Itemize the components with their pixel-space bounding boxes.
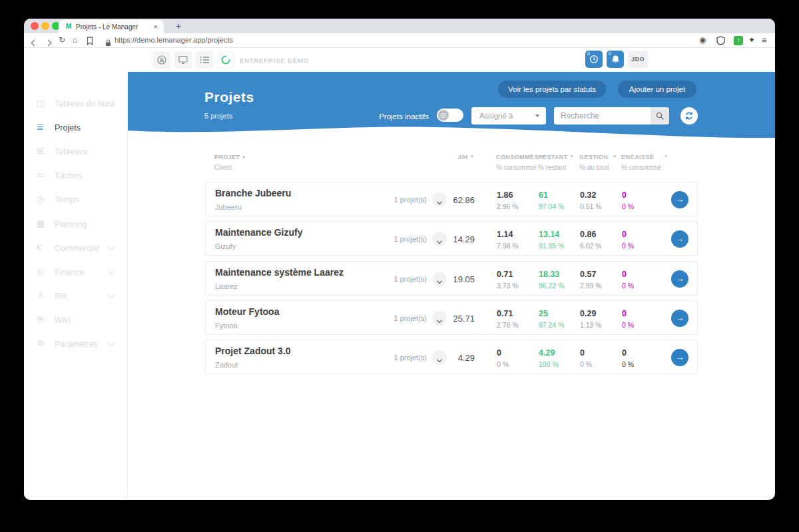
extension-green-icon[interactable]: ↑ bbox=[734, 36, 743, 45]
tasks-icon: ≔ bbox=[37, 170, 45, 180]
project-name[interactable]: Projet Zadout 3.0 bbox=[215, 346, 291, 356]
inactive-projects-label: Projets inactifs bbox=[354, 113, 429, 121]
app-header-bar: ENTREPRISE DÉMO 0 0 JDO bbox=[24, 48, 775, 72]
col-jh[interactable]: J/H ▼ bbox=[438, 154, 474, 160]
close-window-button[interactable] bbox=[31, 22, 39, 30]
sidebar-item-projets[interactable]: ≣ Projets bbox=[24, 116, 128, 140]
jh-value: 25.71 bbox=[437, 314, 475, 324]
sidebar-item-planning[interactable]: ▦ Planning bbox=[24, 212, 128, 236]
page-title: Projets bbox=[204, 89, 254, 105]
browser-toolbar: ↻ ⌂ https://demo.lemanager.app/projects … bbox=[24, 33, 775, 48]
extensions-puzzle-icon[interactable]: ✦ bbox=[748, 35, 755, 45]
inactive-projects-toggle[interactable] bbox=[437, 109, 463, 122]
col-projet[interactable]: PROJET ▲ bbox=[214, 154, 246, 160]
open-project-button[interactable]: → bbox=[671, 191, 688, 208]
notifications-badge: 0 bbox=[609, 51, 611, 56]
minimize-window-button[interactable] bbox=[41, 22, 49, 30]
bell-icon bbox=[611, 55, 620, 64]
project-name[interactable]: Branche Jubeeru bbox=[215, 188, 291, 198]
sidebar-item-parametres[interactable]: ⚙ Paramètres bbox=[24, 332, 128, 356]
tab-title: Projets - Le Manager bbox=[76, 23, 138, 31]
sidebar-item-commercial[interactable]: € Commercial bbox=[24, 236, 128, 260]
monitor-icon bbox=[178, 55, 188, 65]
sidebar: ☾ ◫ Tableau de bord ≣ Projets ⊞ Tableaux… bbox=[24, 72, 128, 500]
project-name[interactable]: Maintenance Gizufy bbox=[215, 227, 302, 238]
media-permission-icon[interactable]: ◉ bbox=[699, 35, 706, 45]
project-name[interactable]: Moteur Fytooa bbox=[215, 306, 279, 317]
user-avatar[interactable]: JDO bbox=[628, 51, 648, 68]
person-icon: ♙ bbox=[37, 290, 45, 300]
col-gestion[interactable]: GESTION ▼ bbox=[579, 154, 617, 160]
support-button[interactable] bbox=[153, 51, 170, 69]
calendar-icon: ▦ bbox=[37, 218, 45, 228]
open-project-button[interactable]: → bbox=[671, 230, 688, 248]
screens-button[interactable] bbox=[174, 51, 192, 69]
assignee-select[interactable]: Assigné à bbox=[471, 107, 546, 125]
sidebar-item-finance[interactable]: ◎ Finance bbox=[24, 260, 128, 284]
sidebar-item-temps[interactable]: ◷ Temps bbox=[24, 188, 128, 212]
client-name: Fytooa bbox=[215, 322, 238, 330]
page-header: Projets 5 projets Voir les projets par s… bbox=[128, 72, 775, 125]
col-restant[interactable]: RESTANT ▼ bbox=[538, 154, 574, 160]
favicon: M bbox=[66, 23, 71, 30]
sidebar-item-wiki[interactable]: ✉ Wiki bbox=[24, 308, 128, 332]
table-header: PROJET ▲ Client J/H ▼ CONSOMMÉS ▼ % cons… bbox=[205, 154, 698, 175]
new-tab-button[interactable]: + bbox=[176, 21, 181, 31]
notifications-button[interactable]: 0 bbox=[607, 51, 624, 68]
open-project-button[interactable]: → bbox=[671, 349, 688, 366]
timer-badge: 0 bbox=[587, 51, 590, 56]
back-icon[interactable] bbox=[32, 38, 37, 47]
jh-value: 62.86 bbox=[437, 195, 475, 205]
project-row: Projet Zadout 3.0 Zadout 1 projet(s) 4.2… bbox=[205, 340, 698, 374]
col-consommes[interactable]: CONSOMMÉS ▼ bbox=[496, 154, 545, 160]
close-tab-icon[interactable]: × bbox=[154, 23, 158, 31]
chevron-down-icon bbox=[109, 340, 115, 347]
list-icon bbox=[200, 56, 210, 64]
chevron-down-icon bbox=[109, 244, 115, 251]
project-name[interactable]: Maintenance système Laarez bbox=[215, 267, 344, 278]
eye-icon bbox=[438, 110, 449, 121]
caret-down-icon bbox=[535, 115, 539, 117]
add-project-button[interactable]: Ajouter un projet bbox=[618, 81, 696, 98]
tab-strip: M Projets - Le Manager × + bbox=[24, 19, 775, 33]
sidebar-item-tableau-de-bord[interactable]: ◫ Tableau de bord bbox=[24, 92, 128, 116]
refresh-list-button[interactable] bbox=[680, 107, 698, 125]
shield-icon[interactable] bbox=[716, 36, 725, 47]
sync-spinner-button[interactable] bbox=[217, 51, 234, 69]
col-encaisse[interactable]: ENCAISSÉ ▼ bbox=[621, 154, 668, 160]
timer-button[interactable]: 0 bbox=[585, 51, 603, 68]
sort-desc-icon: ▼ bbox=[470, 154, 474, 158]
jh-value: 14.29 bbox=[437, 234, 475, 244]
search-icon bbox=[656, 112, 664, 120]
project-row: Branche Jubeeru Jubeeru 1 projet(s) 62.8… bbox=[205, 182, 698, 216]
sidebar-item-rh[interactable]: ♙ RH bbox=[24, 284, 128, 308]
search-button[interactable] bbox=[651, 107, 669, 125]
coin-icon: ◎ bbox=[37, 266, 44, 276]
jh-value: 19.05 bbox=[437, 274, 475, 284]
bookmark-icon[interactable] bbox=[87, 37, 93, 47]
open-project-button[interactable]: → bbox=[671, 310, 688, 327]
refresh-icon[interactable]: ↻ bbox=[59, 35, 65, 45]
browser-menu-icon[interactable]: ≡ bbox=[762, 35, 767, 45]
client-name: Gizufy bbox=[215, 242, 236, 250]
browser-tab[interactable]: M Projets - Le Manager × bbox=[59, 20, 164, 33]
client-name: Laarez bbox=[215, 282, 238, 290]
grid-icon: ⊞ bbox=[37, 146, 44, 156]
url-bar[interactable]: https://demo.lemanager.app/projects bbox=[115, 36, 233, 44]
jh-value: 4.29 bbox=[437, 353, 475, 363]
browser-window: M Projets - Le Manager × + ↻ ⌂ https://d… bbox=[24, 19, 775, 500]
sidebar-item-taches[interactable]: ≔ Tâches bbox=[24, 164, 128, 188]
subproject-count: 1 projet(s) bbox=[352, 314, 427, 322]
sidebar-item-tableaux[interactable]: ⊞ Tableaux bbox=[24, 140, 128, 164]
open-project-button[interactable]: → bbox=[671, 270, 688, 288]
sync-icon bbox=[684, 111, 694, 121]
client-name: Jubeeru bbox=[215, 203, 242, 211]
view-by-status-button[interactable]: Voir les projets par statuts bbox=[498, 81, 606, 98]
forward-icon[interactable] bbox=[46, 38, 51, 47]
euro-icon: € bbox=[37, 242, 41, 252]
list-menu-button[interactable] bbox=[196, 51, 213, 69]
home-icon[interactable]: ⌂ bbox=[73, 35, 77, 45]
project-row: Maintenance système Laarez Laarez 1 proj… bbox=[205, 261, 698, 296]
search-input[interactable] bbox=[554, 107, 651, 125]
gear-icon: ⚙ bbox=[37, 338, 45, 348]
